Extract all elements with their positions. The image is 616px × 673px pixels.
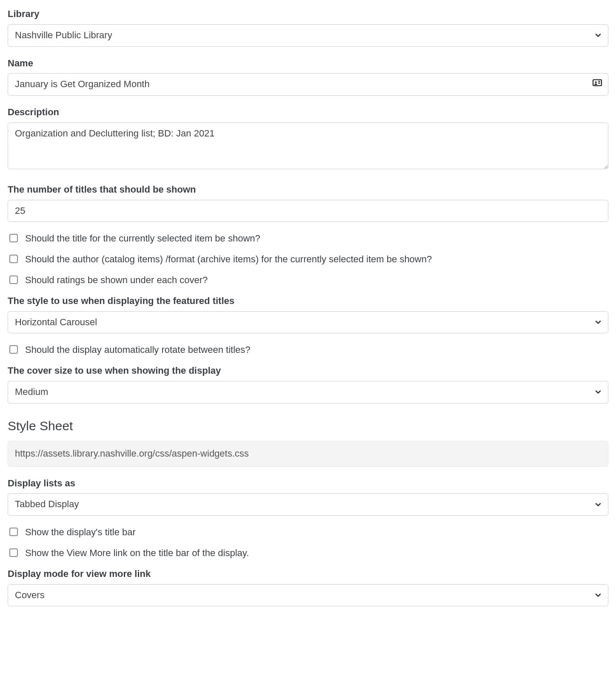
show-author-checkbox[interactable] — [9, 255, 18, 263]
stylesheet-heading: Style Sheet — [8, 417, 608, 435]
show-view-more-checkbox-label[interactable]: Show the View More link on the title bar… — [25, 547, 249, 560]
name-input[interactable] — [8, 73, 608, 96]
auto-rotate-checkbox-label[interactable]: Should the display automatically rotate … — [25, 344, 251, 357]
show-title-checkbox-label[interactable]: Should the title for the currently selec… — [25, 232, 260, 245]
description-textarea[interactable]: Organization and Decluttering list; BD: … — [8, 122, 608, 169]
display-lists-as-select[interactable]: Tabbed Display — [8, 493, 608, 516]
name-label: Name — [8, 57, 608, 70]
show-title-bar-checkbox[interactable] — [9, 528, 18, 536]
num-titles-input[interactable] — [8, 200, 608, 222]
show-ratings-checkbox[interactable] — [9, 275, 18, 284]
style-select[interactable]: Horizontal Carousel — [8, 311, 608, 334]
auto-rotate-checkbox[interactable] — [9, 345, 18, 354]
show-ratings-checkbox-label[interactable]: Should ratings be shown under each cover… — [25, 274, 208, 287]
description-label: Description — [8, 106, 608, 119]
library-select[interactable]: Nashville Public Library — [8, 24, 608, 47]
cover-size-select[interactable]: Medium — [8, 381, 608, 403]
svg-point-1 — [595, 81, 597, 83]
library-label: Library — [8, 8, 608, 21]
style-label: The style to use when displaying the fea… — [8, 295, 608, 308]
show-title-bar-checkbox-label[interactable]: Show the display's title bar — [25, 526, 136, 539]
display-lists-as-label: Display lists as — [8, 477, 608, 490]
cover-size-label: The cover size to use when showing the d… — [8, 364, 608, 378]
view-more-mode-select[interactable]: Covers — [8, 584, 608, 607]
show-author-checkbox-label[interactable]: Should the author (catalog items) /forma… — [25, 253, 432, 266]
show-title-checkbox[interactable] — [9, 234, 18, 242]
stylesheet-value: https://assets.library.nashville.org/css… — [8, 441, 608, 467]
show-view-more-checkbox[interactable] — [9, 548, 18, 557]
view-more-mode-label: Display mode for view more link — [8, 568, 608, 581]
num-titles-label: The number of titles that should be show… — [8, 183, 608, 196]
id-card-icon — [592, 77, 602, 91]
